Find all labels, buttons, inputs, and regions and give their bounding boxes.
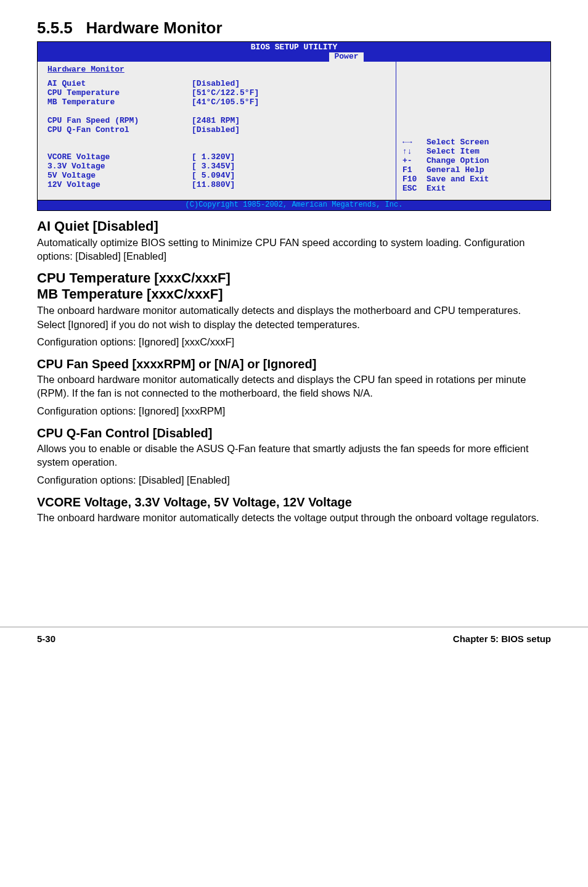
bios-setting-row: VCORE Voltage [ 1.320V] — [47, 153, 386, 162]
bios-help-row: +- Change Option — [402, 157, 544, 166]
footer-page-number: 5-30 — [37, 633, 55, 644]
footer-chapter: Chapter 5: BIOS setup — [453, 633, 551, 644]
bios-setting-row: CPU Temperature [51°C/122.5°F] — [47, 89, 386, 98]
bios-help-row: ↑↓ Select Item — [402, 147, 544, 157]
bios-setting-row: CPU Fan Speed (RPM) [2481 RPM] — [47, 117, 386, 126]
bios-setting-row: MB Temperature [41°C/105.5°F] — [47, 98, 386, 107]
qfan-heading: CPU Q-Fan Control [Disabled] — [37, 426, 551, 440]
voltage-body: The onboard hardware monitor automatical… — [37, 511, 551, 524]
bios-screenshot: BIOS SETUP UTILITY Power Hardware Monito… — [37, 41, 551, 211]
ai-quiet-heading: AI Quiet [Disabled] — [37, 218, 551, 234]
temp-body-2: Configuration options: [Ignored] [xxxC/x… — [37, 335, 551, 349]
fan-speed-heading: CPU Fan Speed [xxxxRPM] or [N/A] or [Ign… — [37, 357, 551, 371]
bios-title: BIOS SETUP UTILITY — [251, 43, 337, 52]
mb-temp-heading: MB Temperature [xxxC/xxxF] — [37, 286, 551, 302]
bios-left-panel: Hardware Monitor AI Quiet [Disabled]CPU … — [38, 62, 396, 200]
bios-setting-row — [47, 144, 386, 153]
section-title: Hardware Monitor — [86, 19, 223, 37]
page-footer: 5-30 Chapter 5: BIOS setup — [0, 627, 588, 644]
bios-setting-row: AI Quiet [Disabled] — [47, 80, 386, 89]
bios-tab-power: Power — [329, 52, 363, 62]
cpu-temp-heading: CPU Temperature [xxxC/xxxF] — [37, 270, 551, 286]
bios-panel-header: Hardware Monitor — [47, 65, 386, 75]
fan-speed-body-1: The onboard hardware monitor automatical… — [37, 373, 551, 400]
bios-copyright: (C)Copyright 1985-2002, American Megatre… — [38, 200, 550, 210]
bios-titlebar: BIOS SETUP UTILITY Power — [38, 42, 550, 62]
bios-setting-row — [47, 134, 386, 144]
temp-body-1: The onboard hardware monitor automatical… — [37, 303, 551, 331]
fan-speed-body-2: Configuration options: [Ignored] [xxxRPM… — [37, 404, 551, 418]
bios-setting-row: 12V Voltage [11.880V] — [47, 181, 386, 190]
bios-help-row: ←→ Select Screen — [402, 138, 544, 147]
section-number: 5.5.5 — [37, 19, 73, 37]
bios-help-panel: ←→ Select Screen↑↓ Select Item+- Change … — [396, 62, 550, 200]
bios-help-row: ESC Exit — [402, 184, 544, 194]
bios-setting-row: CPU Q-Fan Control [Disabled] — [47, 126, 386, 135]
section-heading: 5.5.5 Hardware Monitor — [37, 19, 551, 38]
bios-help-row: F1 General Help — [402, 166, 544, 175]
ai-quiet-body: Automatically optimize BIOS setting to M… — [37, 236, 551, 263]
bios-setting-row: 3.3V Voltage [ 3.345V] — [47, 162, 386, 171]
qfan-body-2: Configuration options: [Disabled] [Enabl… — [37, 473, 551, 487]
bios-setting-row — [47, 107, 386, 117]
voltage-heading: VCORE Voltage, 3.3V Voltage, 5V Voltage,… — [37, 495, 551, 510]
bios-help-row: F10 Save and Exit — [402, 175, 544, 184]
qfan-body-1: Allows you to enable or disable the ASUS… — [37, 442, 551, 469]
bios-setting-row: 5V Voltage [ 5.094V] — [47, 171, 386, 181]
